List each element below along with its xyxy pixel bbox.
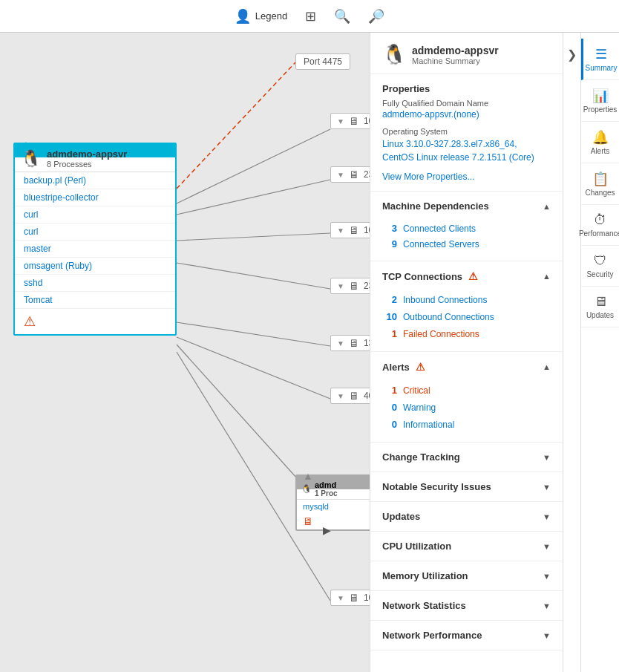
monitor-icon-1: 🖥 [349, 115, 359, 127]
process-item[interactable]: omsagent (Ruby) [15, 258, 175, 275]
updates-header[interactable]: Updates ▼ [370, 502, 563, 531]
main-machine-node[interactable]: ▲ 🐧 admdemo-appsvr 8 Processes backup.pl… [13, 143, 177, 336]
remote-node-3-label: 10 [364, 225, 370, 235]
memory-utilization-section: Memory Utilization ▼ [370, 561, 563, 591]
connected-clients-label[interactable]: Connected Clients [403, 224, 476, 234]
connection-lines [0, 33, 370, 672]
process-item[interactable]: curl [15, 224, 175, 241]
tcp-arrow: ▲ [543, 272, 551, 281]
remote-node-6[interactable]: ▼ 🖥 40 [330, 388, 370, 404]
main-area: Port 4475 ▲ 🐧 admdemo-appsvr 8 Processes… [0, 33, 619, 672]
failed-label[interactable]: Failed Connections [403, 329, 479, 339]
remote-node-4-label: 23 [364, 281, 370, 291]
machine2-process[interactable]: mysqld [297, 499, 370, 513]
remote-node-1[interactable]: ▼ 🖥 10 [330, 113, 370, 129]
outbound-row: 10 Outbound Connections [382, 308, 551, 325]
sidebar-item-performance[interactable]: ⏱ Performance [581, 205, 619, 246]
sidebar-item-alerts[interactable]: 🔔 Alerts [581, 122, 619, 163]
network-statistics-label: Network Statistics [382, 600, 466, 611]
alerts-icon: 🔔 [592, 129, 609, 146]
remote-node-5[interactable]: ▼ 🖥 13 [330, 335, 370, 351]
svg-line-0 [177, 62, 295, 189]
sidebar-item-summary[interactable]: ☰ Summary [581, 39, 619, 80]
legend-button[interactable]: 👤 Legend [235, 8, 287, 25]
process-item[interactable]: bluestripe-collector [15, 189, 175, 206]
remote-node-4[interactable]: ▼ 🖥 23 [330, 278, 370, 294]
alerts-header[interactable]: Alerts ⚠ ▲ [370, 352, 563, 382]
updates-sidebar-label: Updates [586, 311, 614, 319]
outbound-label[interactable]: Outbound Connections [403, 312, 494, 322]
machine-warning-icon: ⚠ [15, 309, 175, 334]
legend-label: Legend [255, 10, 287, 22]
machine2-name: admd [315, 480, 338, 489]
alerts-arrow: ▲ [543, 362, 551, 371]
tcp-content: 2 Inbound Connections 10 Outbound Connec… [370, 291, 563, 351]
informational-label[interactable]: Informational [403, 420, 454, 430]
remote-node-1-label: 10 [364, 116, 370, 126]
change-tracking-label: Change Tracking [382, 451, 460, 463]
sidebar-item-security[interactable]: 🛡 Security [581, 246, 619, 287]
sidebar-item-updates[interactable]: 🖥 Updates [581, 287, 619, 327]
expand-icon-2: ▼ [337, 171, 344, 179]
node-collapse-btn[interactable]: ▲ [21, 138, 31, 150]
remote-node-7[interactable]: ▼ 🖥 10 [330, 590, 370, 606]
sidebar-item-properties[interactable]: 📊 Properties [581, 80, 619, 122]
connected-servers-label[interactable]: Connected Servers [403, 239, 479, 249]
network-statistics-header[interactable]: Network Statistics ▼ [370, 591, 563, 620]
expand-icon-4: ▼ [337, 282, 344, 290]
port-node[interactable]: Port 4475 [295, 53, 350, 70]
process-item[interactable]: backup.pl (Perl) [15, 172, 175, 189]
sidebar-item-changes[interactable]: 📋 Changes [581, 163, 619, 205]
updates-label: Updates [382, 511, 420, 522]
svg-line-5 [177, 322, 330, 346]
expand-icon-5: ▼ [337, 339, 344, 348]
svg-line-3 [177, 233, 330, 241]
remote-node-2[interactable]: ▼ 🖥 23 [330, 166, 370, 183]
tcp-alert-icon: ⚠ [468, 270, 478, 282]
network-statistics-section: Network Statistics ▼ [370, 591, 563, 621]
fqdn-group: Fully Qualified Domain Name admdemo-apps… [370, 99, 563, 127]
monitor-icon-4: 🖥 [349, 280, 359, 292]
expand-icon-6: ▼ [337, 392, 344, 400]
machine-deps-label: Machine Dependencies [382, 200, 489, 212]
zoom-in-button[interactable]: 🔍 [334, 8, 350, 25]
grid-button[interactable]: ⊞ [305, 8, 316, 25]
node2-collapse-btn[interactable]: ▲ [303, 470, 313, 482]
tcp-header[interactable]: TCP Connections ⚠ ▲ [370, 261, 563, 291]
performance-icon: ⏱ [594, 212, 607, 228]
monitor-icon-5: 🖥 [349, 337, 359, 349]
security-issues-section: Notable Security Issues ▼ [370, 472, 563, 502]
security-issues-header[interactable]: Notable Security Issues ▼ [370, 472, 563, 501]
panel-collapse-btn[interactable]: ❯ [563, 33, 580, 672]
warning-label[interactable]: Warning [403, 402, 436, 413]
cpu-utilization-label: CPU Utilization [382, 541, 451, 552]
os-value[interactable]: Linux 3.10.0-327.28.3.el7.x86_64, CentOS… [382, 137, 551, 164]
tcp-label: TCP Connections [382, 271, 462, 282]
view-more-link[interactable]: View More Properties... [370, 172, 563, 191]
process-item[interactable]: curl [15, 206, 175, 224]
memory-utilization-header[interactable]: Memory Utilization ▼ [370, 561, 563, 590]
os-group: Operating System Linux 3.10.0-327.28.3.e… [370, 127, 563, 172]
security-issues-label: Notable Security Issues [382, 481, 491, 492]
network-performance-header[interactable]: Network Performance ▼ [370, 621, 563, 650]
zoom-out-button[interactable]: 🔎 [368, 8, 384, 25]
panel-linux-icon: 🐧 [382, 43, 406, 66]
process-item[interactable]: sshd [15, 275, 175, 292]
inbound-count: 2 [382, 294, 397, 305]
cpu-utilization-header[interactable]: CPU Utilization ▼ [370, 532, 563, 561]
process-item[interactable]: Tomcat [15, 292, 175, 309]
zoom-in-icon: 🔍 [334, 8, 350, 25]
second-machine-node[interactable]: ▲ 🐧 admd 1 Proc mysqld 🖥 [295, 474, 370, 531]
port-node-label: Port 4475 [304, 56, 342, 67]
machine-deps-section: Machine Dependencies ▲ 3 Connected Clien… [370, 192, 563, 261]
alerts-sidebar-label: Alerts [591, 147, 610, 155]
inbound-label[interactable]: Inbound Connections [403, 295, 487, 305]
fqdn-value[interactable]: admdemo-appsvr.(none) [382, 109, 551, 120]
process-item[interactable]: master [15, 241, 175, 258]
arrow-to-machine2: ▶ [323, 524, 331, 536]
remote-node-3[interactable]: ▼ 🖥 10 [330, 222, 370, 238]
machine-deps-header[interactable]: Machine Dependencies ▲ [370, 192, 563, 221]
critical-label[interactable]: Critical [403, 385, 430, 396]
svg-line-1 [177, 129, 330, 203]
change-tracking-header[interactable]: Change Tracking ▼ [370, 443, 563, 472]
